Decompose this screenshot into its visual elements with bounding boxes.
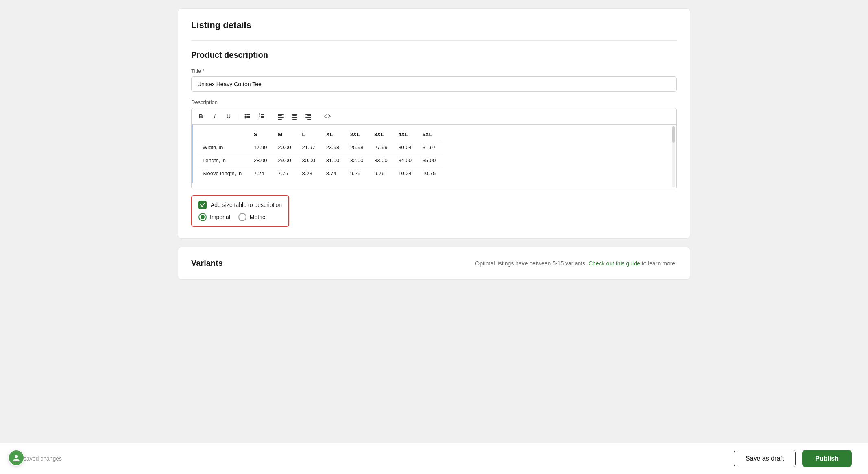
- row-width-xl: 23.98: [321, 141, 345, 154]
- table-row: Sleeve length, in 7.24 7.76 8.23 8.74 9.…: [198, 167, 442, 180]
- imperial-radio[interactable]: [198, 213, 207, 221]
- editor-toolbar: B I U 1.: [191, 108, 677, 124]
- svg-rect-18: [292, 117, 297, 118]
- align-center-button[interactable]: [288, 111, 301, 122]
- variants-hint-suffix: to learn more.: [642, 260, 677, 267]
- title-label: Title *: [191, 68, 677, 74]
- title-field-group: Title *: [191, 68, 677, 99]
- svg-point-4: [245, 117, 246, 119]
- svg-rect-19: [292, 119, 297, 120]
- scrollbar-thumb[interactable]: [672, 126, 675, 143]
- row-length-label: Length, in: [198, 154, 249, 167]
- svg-rect-12: [278, 114, 284, 115]
- svg-rect-22: [305, 117, 311, 118]
- save-draft-button[interactable]: Save as draft: [734, 450, 796, 467]
- align-center-icon: [291, 113, 298, 120]
- table-header-s: S: [249, 128, 273, 141]
- editor-content[interactable]: S M L XL 2XL 3XL 4XL 5XL: [191, 124, 677, 189]
- svg-rect-9: [261, 116, 264, 117]
- row-length-3xl: 33.00: [369, 154, 393, 167]
- italic-button[interactable]: I: [209, 111, 221, 122]
- row-width-s: 17.99: [249, 141, 273, 154]
- row-sleeve-5xl: 10.75: [418, 167, 442, 180]
- code-button[interactable]: [321, 111, 334, 122]
- metric-label: Metric: [250, 214, 265, 220]
- table-row: Length, in 28.00 29.00 30.00 31.00 32.00…: [198, 154, 442, 167]
- avatar-icon: [12, 453, 21, 462]
- row-sleeve-2xl: 9.25: [345, 167, 369, 180]
- svg-point-24: [15, 455, 18, 458]
- row-width-2xl: 25.98: [345, 141, 369, 154]
- row-length-m: 29.00: [273, 154, 297, 167]
- svg-rect-14: [278, 117, 284, 118]
- toolbar-sep-3: [318, 112, 318, 120]
- svg-rect-1: [246, 114, 250, 115]
- listing-details-section: Listing details Product description Titl…: [178, 8, 690, 239]
- row-length-2xl: 32.00: [345, 154, 369, 167]
- table-header-5xl: 5XL: [418, 128, 442, 141]
- svg-point-0: [245, 114, 246, 115]
- svg-rect-17: [292, 115, 297, 116]
- table-header-m: M: [273, 128, 297, 141]
- table-header-xl: XL: [321, 128, 345, 141]
- publish-button[interactable]: Publish: [802, 450, 852, 467]
- title-input[interactable]: [191, 76, 677, 92]
- metric-radio-option[interactable]: Metric: [238, 213, 265, 221]
- scrollbar-track[interactable]: [672, 126, 675, 187]
- svg-rect-3: [246, 116, 250, 117]
- row-sleeve-3xl: 9.76: [369, 167, 393, 180]
- row-length-4xl: 34.00: [393, 154, 417, 167]
- svg-rect-21: [307, 115, 311, 116]
- bottom-bar: Unsaved changes Save as draft Publish: [0, 443, 868, 474]
- bold-button[interactable]: B: [195, 111, 207, 122]
- unit-radio-group: Imperial Metric: [198, 213, 282, 221]
- row-length-5xl: 35.00: [418, 154, 442, 167]
- avatar-button[interactable]: [8, 450, 24, 466]
- align-left-button[interactable]: [275, 111, 287, 122]
- align-right-button[interactable]: [302, 111, 314, 122]
- row-sleeve-s: 7.24: [249, 167, 273, 180]
- variants-guide-link[interactable]: Check out this guide: [589, 260, 640, 267]
- size-table-wrapper: S M L XL 2XL 3XL 4XL 5XL: [192, 125, 676, 183]
- add-size-table-row: Add size table to description: [198, 201, 282, 209]
- svg-rect-7: [261, 114, 264, 115]
- table-header-l: L: [297, 128, 321, 141]
- svg-rect-16: [292, 114, 297, 115]
- svg-rect-5: [246, 117, 250, 118]
- row-sleeve-4xl: 10.24: [393, 167, 417, 180]
- table-header-4xl: 4XL: [393, 128, 417, 141]
- underline-button[interactable]: U: [222, 111, 235, 122]
- size-table: S M L XL 2XL 3XL 4XL 5XL: [198, 128, 442, 180]
- row-length-l: 30.00: [297, 154, 321, 167]
- row-width-5xl: 31.97: [418, 141, 442, 154]
- svg-rect-23: [307, 119, 311, 120]
- svg-text:3.: 3.: [259, 116, 260, 119]
- svg-rect-15: [278, 119, 282, 120]
- row-width-l: 21.97: [297, 141, 321, 154]
- table-header-empty: [198, 128, 249, 141]
- size-table-options: Add size table to description Imperial M…: [191, 195, 289, 227]
- row-sleeve-l: 8.23: [297, 167, 321, 180]
- unordered-list-button[interactable]: [242, 111, 254, 122]
- variants-hint: Optimal listings have between 5-15 varia…: [475, 260, 677, 267]
- row-width-m: 20.00: [273, 141, 297, 154]
- metric-radio[interactable]: [238, 213, 246, 221]
- product-description-title: Product description: [191, 50, 677, 60]
- row-sleeve-xl: 8.74: [321, 167, 345, 180]
- ordered-list-button[interactable]: 1. 2. 3.: [255, 111, 268, 122]
- description-label: Description: [191, 99, 677, 105]
- row-length-s: 28.00: [249, 154, 273, 167]
- align-right-icon: [305, 113, 312, 120]
- ol-icon: 1. 2. 3.: [258, 113, 265, 120]
- add-size-table-checkbox[interactable]: [198, 201, 207, 209]
- variants-header: Variants Optimal listings have between 5…: [191, 259, 677, 268]
- code-icon: [324, 113, 331, 120]
- toolbar-sep-2: [271, 112, 271, 120]
- imperial-radio-option[interactable]: Imperial: [198, 213, 230, 221]
- imperial-label: Imperial: [210, 214, 230, 220]
- svg-rect-13: [278, 115, 282, 116]
- description-field-group: Description B I U: [191, 99, 677, 189]
- variants-section: Variants Optimal listings have between 5…: [178, 247, 690, 280]
- align-left-icon: [277, 113, 284, 120]
- row-sleeve-label: Sleeve length, in: [198, 167, 249, 180]
